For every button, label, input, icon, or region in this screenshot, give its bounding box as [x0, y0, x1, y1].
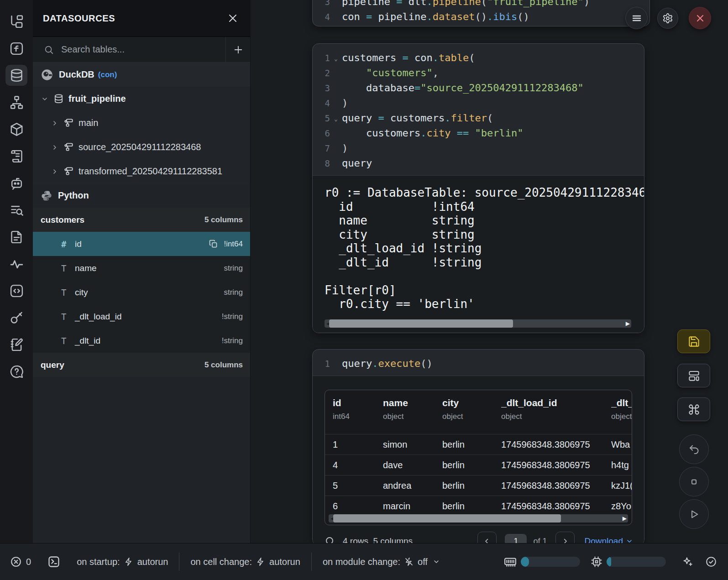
scroll-right-arrow[interactable]: ▶ [623, 515, 627, 522]
layout-icon [688, 370, 700, 382]
python-section-row[interactable]: Python [33, 183, 250, 208]
table-header-_dlt_load_id[interactable]: _dlt_load_idobject [501, 397, 611, 434]
activity-bar-file-text-icon[interactable] [5, 226, 27, 247]
tree-item-source_202504291112283468[interactable]: source_202504291112283468 [33, 135, 250, 159]
line-number: 5 [313, 113, 330, 123]
activity-bar-org-chart-icon[interactable] [5, 92, 27, 113]
table-row[interactable]: 4daveberlin1745968348.3806975h4tg [325, 455, 632, 475]
connection-row[interactable]: DuckDB (con) [33, 63, 250, 87]
sparkles-icon[interactable] [681, 556, 693, 568]
fold-gutter [330, 1, 342, 3]
tree-item-fruit_pipeline[interactable]: fruit_pipeline [33, 87, 250, 111]
code-line[interactable]: 1⌄customers = con.table( [313, 50, 644, 65]
scrollbar-thumb[interactable] [333, 514, 561, 523]
activity-bar-database-icon[interactable] [5, 65, 27, 86]
table-row[interactable]: 6marcinberlin1745968348.3806975z8Yo [325, 496, 632, 516]
text-type-icon: T [61, 263, 75, 273]
column-row-_dlt_id[interactable]: T_dlt_id!string [33, 329, 250, 353]
activity-bar-notebook-pen-icon[interactable] [5, 334, 27, 355]
table-header-_dlt_id[interactable]: _dlt_idobject [611, 397, 632, 434]
code-line[interactable]: 2 "customers", [313, 65, 644, 80]
table-header-id[interactable]: idint64 [333, 397, 383, 434]
search-input[interactable] [60, 44, 225, 55]
scrollbar-thumb[interactable] [329, 319, 513, 328]
code-line[interactable]: 3pipeline = dlt.pipeline("fruit_pipeline… [313, 0, 649, 9]
activity-bar-code-box-icon[interactable] [5, 280, 27, 301]
shutdown-button[interactable] [689, 7, 711, 29]
table-row[interactable]: 1simonberlin1745968348.3806975Wba [325, 434, 632, 455]
chevron-right-icon[interactable] [51, 120, 58, 127]
save-button[interactable] [677, 329, 710, 353]
column-row-id[interactable]: #id!int64 [33, 232, 250, 256]
error-indicator[interactable]: 0 [10, 556, 31, 568]
add-datasource-button[interactable] [225, 37, 250, 62]
fold-chevron-icon[interactable]: ⌄ [330, 53, 342, 62]
activity-bar-key-icon[interactable] [5, 307, 27, 328]
table-header-city[interactable]: cityobject [442, 397, 501, 434]
code-line[interactable]: 1query.execute() [313, 356, 644, 371]
table-cell: marcin [383, 501, 442, 512]
line-number: 1 [313, 359, 330, 369]
memory-usage-bar [521, 557, 580, 567]
on-startup-setting[interactable]: on startup: autorun [77, 557, 168, 567]
undo-button[interactable] [679, 434, 709, 464]
table-cell: 6 [333, 501, 383, 512]
scroll-right-arrow[interactable]: ▶ [626, 320, 630, 327]
fold-chevron-icon[interactable]: ⌄ [330, 114, 342, 122]
chevron-right-icon[interactable] [51, 168, 58, 175]
table-row-customers[interactable]: customers 5 columns [33, 208, 250, 232]
on-cell-change-setting[interactable]: on cell change: autorun [190, 557, 300, 567]
code-line[interactable]: 3 database="source_202504291112283468" [313, 80, 644, 95]
code-cell-query[interactable]: 1⌄customers = con.table(2 "customers",3 … [312, 43, 644, 333]
output-horizontal-scrollbar[interactable]: ◀ ▶ [325, 319, 631, 328]
cell-menu-button[interactable] [625, 7, 648, 29]
table-header-name[interactable]: nameobject [383, 397, 442, 434]
code-line[interactable]: 5⌄query = customers.filter( [313, 110, 644, 125]
tree-item-main[interactable]: main [33, 111, 250, 135]
duckdb-logo-icon [41, 68, 53, 81]
table-row[interactable]: 5andreaberlin1745968348.3806975kzJ1( [325, 475, 632, 496]
layout-button[interactable] [677, 364, 710, 387]
copy-icon[interactable] [209, 239, 218, 249]
stop-button[interactable] [679, 467, 709, 496]
schema-icon [63, 166, 74, 177]
lightning-icon [256, 557, 265, 566]
cell-output: idint64nameobjectcityobject_dlt_load_ido… [313, 376, 644, 545]
column-row-_dlt_load_id[interactable]: T_dlt_load_id!string [33, 304, 250, 329]
code-line[interactable]: 4) [313, 95, 644, 110]
terminal-icon[interactable] [47, 555, 60, 568]
table-row-query[interactable]: query 5 columns [33, 353, 250, 377]
column-row-city[interactable]: Tcitystring [33, 280, 250, 304]
check-circle-icon[interactable] [705, 556, 717, 568]
close-panel-icon[interactable] [227, 13, 238, 24]
stop-icon [688, 475, 700, 488]
code-line[interactable]: 4con = pipeline.dataset().ibis() [313, 9, 649, 24]
activity-bar-scroll-icon[interactable] [5, 146, 27, 167]
activity-bar-flow-tree-icon[interactable] [5, 11, 27, 32]
python-section-label: Python [58, 190, 89, 201]
activity-bar-help-chat-icon[interactable] [5, 361, 27, 382]
table-horizontal-scrollbar[interactable]: ◀ ▶ [329, 514, 628, 523]
code-line[interactable]: 8query [313, 156, 644, 171]
code-line[interactable]: 6 customers.city == "berlin" [313, 125, 644, 141]
table-cell: berlin [442, 460, 501, 470]
column-row-name[interactable]: Tnamestring [33, 256, 250, 280]
code-cell-execute[interactable]: 1query.execute() idint64nameobjectcityob… [312, 349, 644, 546]
code-cell-setup[interactable]: 3pipeline = dlt.pipeline("fruit_pipeline… [312, 0, 650, 26]
chevron-right-icon[interactable] [51, 144, 58, 151]
activity-bar-activity-icon[interactable] [5, 253, 27, 274]
run-button[interactable] [679, 499, 709, 529]
settings-button[interactable] [657, 8, 678, 29]
activity-bar-list-search-icon[interactable] [5, 199, 27, 220]
on-module-change-setting[interactable]: on module change: off [323, 557, 440, 567]
datasources-panel: DATASOURCES DuckDB (con) fruit_pipelinem… [33, 0, 251, 543]
code-line[interactable]: 7) [313, 141, 644, 156]
command-button[interactable] [677, 397, 710, 421]
chevron-down-icon[interactable] [41, 95, 48, 103]
activity-bar-package-icon[interactable] [5, 119, 27, 140]
tree-item-transformed_202504291112283581[interactable]: transformed_202504291112283581 [33, 159, 250, 183]
activity-bar-bot-icon[interactable] [5, 172, 27, 193]
tree-item-label: main [79, 118, 98, 128]
gear-icon [662, 12, 674, 24]
activity-bar-function-box-icon[interactable] [5, 38, 27, 59]
